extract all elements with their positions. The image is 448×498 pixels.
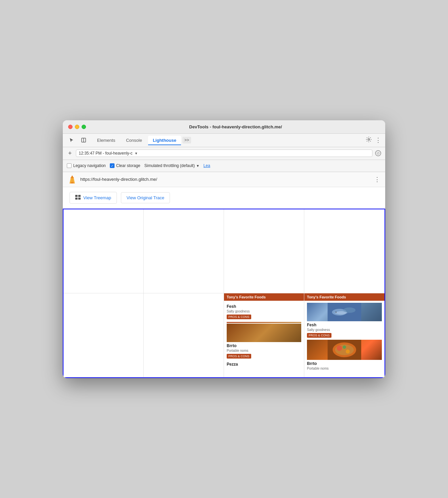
minimize-button[interactable] [75,125,79,129]
svg-point-19 [337,345,342,351]
legacy-nav-checkbox[interactable] [67,163,72,168]
food-card-1: Tony's Favorite Foods Fesh Salty goodnes… [224,293,304,369]
throttle-chevron-icon: ▼ [196,164,199,168]
legacy-nav-option[interactable]: Legacy navigation [67,163,106,168]
grid-cell-2-3: Tony's Favorite Foods Fesh Salty goodnes… [224,293,304,377]
food-item-brrto-desc-2: Portable noms [307,367,382,370]
svg-rect-11 [78,198,81,200]
svg-rect-8 [75,195,78,197]
optionsbar: Legacy navigation Clear storage Simulate… [63,160,385,172]
fish-illustration [307,303,382,321]
food-item-brrto-2: Brrto [307,361,382,366]
addressbar: + 12:35:47 PM - foul-heavenly-c ▼ ⊘ [63,147,385,160]
view-treemap-label: View Treemap [83,195,111,200]
tabbar: Elements Console Lighthouse >> ⋮ [63,134,385,147]
lighthouse-icon [68,175,77,184]
food-item-pezza-1: Pezza [227,362,301,367]
tab-nav-icons [67,135,88,145]
dock-icon[interactable] [79,135,88,145]
cursor-icon[interactable] [67,135,76,145]
settings-icon[interactable] [366,136,372,144]
tab-more-button[interactable]: >> [182,137,191,143]
more-options-icon[interactable]: ⋮ [375,136,381,144]
svg-rect-5 [71,182,74,183]
titlebar: DevTools - foul-heavenly-direction.glitc… [63,120,385,134]
svg-rect-6 [71,177,74,178]
grid-cell-2-1 [63,293,144,377]
tab-lighthouse[interactable]: Lighthouse [148,136,181,145]
view-treemap-button[interactable]: View Treemap [70,192,117,204]
pros-cons-badge-1: PROS & CONS [227,315,251,319]
traffic-lights [68,125,86,129]
food-image-fish [307,303,382,321]
address-chevron-icon: ▼ [135,152,138,155]
food-item-fesh-2: Fesh [307,323,382,327]
maximize-button[interactable] [82,125,86,129]
address-input[interactable]: 12:35:47 PM - foul-heavenly-c ▼ [76,150,372,157]
screenshot-grid: Tony's Favorite Foods Fesh Salty goodnes… [63,209,385,377]
url-display: https://foul-heavenly-direction.glitch.m… [80,177,371,182]
block-icon: ⊘ [375,150,381,156]
tab-elements[interactable]: Elements [92,136,120,145]
grid-cell-2-4: Tony's Favorite Foods F [304,293,385,377]
svg-point-15 [335,312,337,313]
grid-cell-1-4 [304,209,385,293]
devtools-window: DevTools - foul-heavenly-direction.glitc… [63,120,385,378]
grid-cell-1-1 [63,209,144,293]
view-original-trace-label: View Original Trace [127,195,164,200]
learn-link[interactable]: Lea [204,163,210,168]
pros-cons-badge-3: PROS & CONS [307,333,331,338]
food-item-brrto-1: Brrto [227,343,301,348]
food-card-1-header: Tony's Favorite Foods [224,293,304,301]
svg-marker-4 [71,175,73,177]
svg-point-20 [346,349,350,354]
action-area: View Treemap View Original Trace [63,187,385,209]
grid-cell-1-2 [144,209,224,293]
food-image-1 [227,324,301,342]
view-original-trace-button[interactable]: View Original Trace [121,192,170,203]
url-more-button[interactable]: ⋮ [374,176,380,183]
food-card-2-header: Tony's Favorite Foods [304,293,385,301]
food-card-1-body: Fesh Salty goodness PROS & CONS Brrto Po… [224,301,304,369]
food-card-2: Tony's Favorite Foods F [304,293,385,374]
svg-point-21 [343,345,346,349]
treemap-icon [75,195,81,201]
food-item-fesh-desc-2: Salty goodness [307,328,382,332]
tabbar-actions: ⋮ [366,136,381,144]
clear-storage-option[interactable]: Clear storage [110,163,140,168]
svg-point-2 [368,139,370,140]
clear-storage-checkbox[interactable] [110,163,115,168]
food-item-brrto-desc-1: Portable noms [227,349,301,352]
window-title: DevTools - foul-heavenly-direction.glitc… [91,124,380,129]
urlbar: https://foul-heavenly-direction.glitch.m… [63,172,385,187]
food-image-burrito [307,340,382,360]
burrito-illustration [307,340,382,360]
grid-cell-1-3 [224,209,304,293]
svg-rect-10 [75,198,78,200]
tab-console[interactable]: Console [121,136,147,145]
svg-rect-9 [78,195,81,197]
food-item-fesh-1: Fesh [227,304,301,309]
new-tab-button[interactable]: + [67,150,73,157]
close-button[interactable] [68,125,73,129]
pros-cons-badge-2: PROS & CONS [227,354,251,359]
grid-cell-2-2 [144,293,224,377]
content-area: Tony's Favorite Foods Fesh Salty goodnes… [63,209,385,378]
food-item-fesh-desc-1: Salty goodness [227,309,301,313]
divider-1 [227,322,301,323]
food-card-2-body: Fesh Salty goodness PROS & CONS [304,301,385,374]
throttle-option[interactable]: Simulated throttling (default) ▼ [144,163,199,168]
